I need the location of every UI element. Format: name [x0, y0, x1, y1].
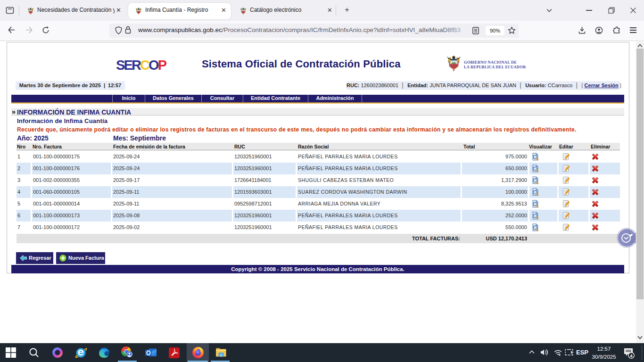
- svg-text:4: 4: [630, 353, 633, 358]
